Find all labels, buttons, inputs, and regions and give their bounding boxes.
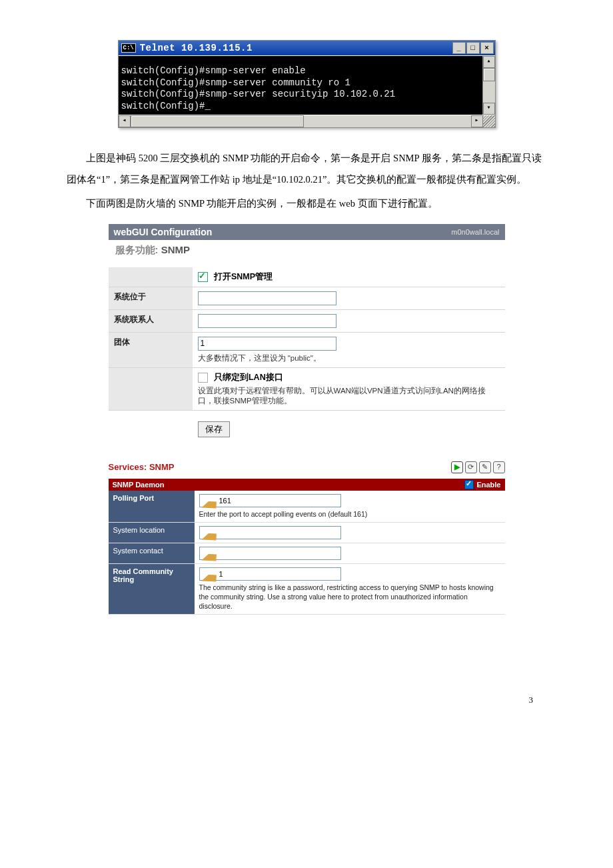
scroll-thumb[interactable] xyxy=(483,68,495,81)
scroll-right-icon[interactable]: ▸ xyxy=(471,115,483,127)
telnet-titlebar: C:\ Telnet 10.139.115.1 _ □ × xyxy=(119,41,495,55)
enable-daemon-checkbox[interactable] xyxy=(464,480,474,489)
pencil-icon xyxy=(201,493,217,508)
paragraph-1: 上图是神码 5200 三层交换机的 SNMP 功能的开启命令，第一条是开启 SN… xyxy=(67,148,546,191)
community-hint: 大多数情况下，这里设为 "public"。 xyxy=(198,353,500,363)
telnet-title-text: Telnet 10.139.115.1 xyxy=(140,43,452,53)
snmp-daemon-header: SNMP Daemon Enable xyxy=(109,479,505,491)
enable-daemon-label: Enable xyxy=(476,481,500,489)
syscontact-label: 系统联系人 xyxy=(109,309,193,332)
telnet-window: C:\ Telnet 10.139.115.1 _ □ × switch(Con… xyxy=(118,40,496,128)
maximize-button[interactable]: □ xyxy=(466,42,480,54)
polling-port-hint: Enter the port to accept polling events … xyxy=(199,510,500,519)
bind-lan-checkbox[interactable] xyxy=(198,373,208,383)
scroll-up-icon[interactable]: ▴ xyxy=(483,56,495,68)
resize-grip[interactable] xyxy=(483,115,495,127)
save-button[interactable]: 保存 xyxy=(198,421,230,437)
toolbar-icons: ▶ ⟳ ✎ ? xyxy=(451,461,505,473)
system-contact-label: System contact xyxy=(109,543,195,564)
telnet-output: switch(Config)#snmp-server enable switch… xyxy=(119,56,482,115)
webgui-panel: webGUI Configuration m0n0wall.local 服务功能… xyxy=(109,224,505,441)
services-snmp-panel: Services: SNMP ▶ ⟳ ✎ ? SNMP Daemon Enabl… xyxy=(109,461,505,615)
polling-port-label: Polling Port xyxy=(109,491,195,523)
scroll-left-icon[interactable]: ◂ xyxy=(119,115,131,127)
webgui-host: m0n0wall.local xyxy=(451,228,499,236)
log-icon[interactable]: ✎ xyxy=(479,461,491,473)
close-button[interactable]: × xyxy=(480,42,494,54)
play-icon[interactable]: ▶ xyxy=(451,461,463,473)
webgui-title: webGUI Configuration xyxy=(114,227,452,237)
services-snmp-title: Services: SNMP xyxy=(109,462,451,472)
help-icon[interactable]: ? xyxy=(493,461,505,473)
pencil-icon xyxy=(201,546,217,561)
enable-snmp-checkbox[interactable] xyxy=(198,272,208,282)
pencil-icon xyxy=(201,567,217,582)
system-contact-input[interactable] xyxy=(199,547,341,560)
cmd-icon: C:\ xyxy=(121,43,136,53)
horizontal-scrollbar[interactable]: ◂ ▸ xyxy=(119,115,495,127)
community-label: 团体 xyxy=(109,332,193,367)
system-location-label: System location xyxy=(109,523,195,543)
bind-lan-hint: 设置此项对于远程管理有帮助。可以从WAN端以VPN通道方式访问到LAN的网络接口… xyxy=(198,386,500,406)
read-community-hint: The community string is like a password,… xyxy=(199,583,500,611)
pencil-icon xyxy=(201,525,217,541)
enable-snmp-label: 打开SNMP管理 xyxy=(214,272,273,281)
syslocation-input[interactable] xyxy=(198,291,336,305)
syslocation-label: 系统位于 xyxy=(109,287,193,309)
webgui-settings-table: 打开SNMP管理 系统位于 系统联系人 团体 大多数情况下，这里设为 "publ… xyxy=(109,267,505,441)
minimize-button[interactable]: _ xyxy=(452,42,466,54)
scroll-down-icon[interactable]: ▾ xyxy=(483,103,495,115)
bind-lan-label: 只绑定到LAN接口 xyxy=(214,373,283,382)
read-community-input[interactable]: 1 xyxy=(199,567,341,581)
snmp-settings-table: Polling Port 161 Enter the port to accep… xyxy=(109,491,505,615)
community-input[interactable] xyxy=(198,337,336,351)
read-community-label: Read Community String xyxy=(109,564,195,615)
vertical-scrollbar[interactable]: ▴ ▾ xyxy=(482,56,495,115)
system-location-input[interactable] xyxy=(199,526,341,539)
polling-port-input[interactable]: 161 xyxy=(199,494,341,507)
page-number: 3 xyxy=(67,695,546,705)
webgui-subtitle: 服务功能: SNMP xyxy=(109,240,505,267)
snmp-daemon-title: SNMP Daemon xyxy=(113,481,165,489)
paragraph-2: 下面两图是防火墙的 SNMP 功能开启的实例，一般都是在 web 页面下进行配置… xyxy=(67,193,546,215)
webgui-header: webGUI Configuration m0n0wall.local xyxy=(109,224,505,240)
syscontact-input[interactable] xyxy=(198,314,336,328)
scroll-thumb[interactable] xyxy=(131,115,304,127)
reload-icon[interactable]: ⟳ xyxy=(465,461,477,473)
